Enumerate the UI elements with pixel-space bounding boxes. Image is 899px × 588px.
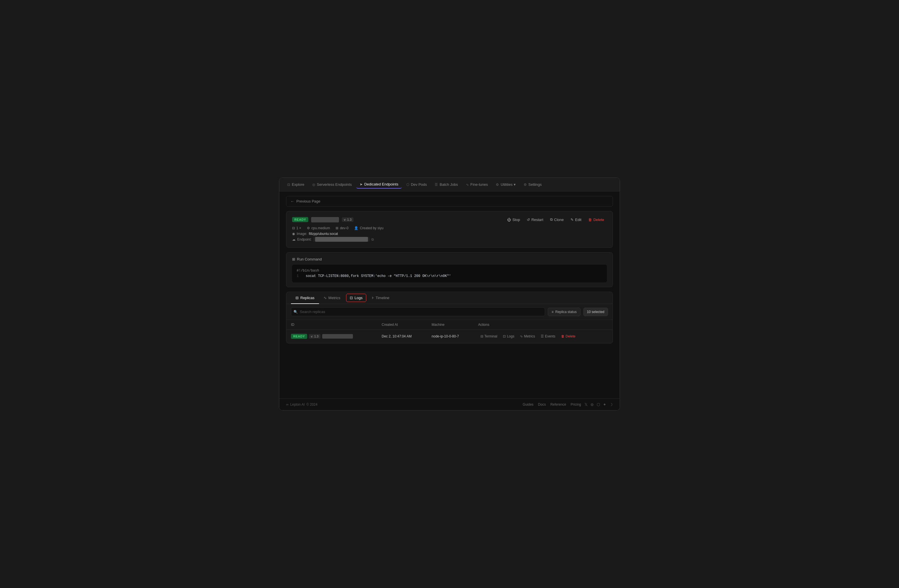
dedicated-icon: ➤ [360,182,363,186]
cluster-icon: ⊞ [335,226,338,230]
github-icon[interactable]: ⊚ [590,402,594,407]
nav-label-settings: Settings [528,182,542,187]
tab-metrics[interactable]: ∿ Metrics [319,292,345,304]
footer-links: Guides Docs Reference Pricing [523,403,581,406]
metrics-icon: ∿ [520,334,523,338]
table-toolbar: 🔍 ≡ Replica status 10 selected [286,304,613,320]
footer-link-docs[interactable]: Docs [538,403,546,406]
tab-timeline[interactable]: ⊧ Timeline [368,292,394,304]
nav-item-utilities[interactable]: ⚙ Utilities ▾ [493,181,519,188]
cluster-meta: ⊞ dev-0 [335,226,348,230]
replicas-tab-icon: ⊟ [295,296,299,300]
footer-link-reference[interactable]: Reference [550,403,566,406]
twitter-icon[interactable]: 𝕏 [584,402,588,407]
nav-label-batchjobs: Batch Jobs [440,182,458,187]
replica-id-content: READY v: 1.3 •• [291,334,372,339]
discord-icon[interactable]: ⬡ [597,402,600,407]
darkmode-icon[interactable]: ☽ [609,402,613,407]
code-line-1: 1 socat TCP-LISTEN:8080,fork SYSTEM:'ech… [297,273,602,279]
theme-icon[interactable]: ✦ [603,402,606,407]
metrics-button[interactable]: ∿ Metrics [518,333,537,340]
row-actions-cell: ⊟ Terminal ⊡ Logs ∿ Metr [474,330,613,343]
clone-label: Clone [554,218,564,222]
devpods-icon: ⬡ [406,183,409,187]
footer-link-guides[interactable]: Guides [523,403,534,406]
nav-item-serverless[interactable]: ◎ Serverless Endpoints [309,181,355,188]
nav-item-explore[interactable]: ⊡ Explore [284,181,308,188]
stop-label: Stop [512,218,520,222]
machine-value: cpu.medium [311,226,330,230]
delete-label: Delete [593,218,604,222]
logs-button[interactable]: ⊡ Logs [500,333,517,340]
endpoint-label: Endpoint: [297,238,312,241]
code-block: #!/bin/bash 1 socat TCP-LISTEN:8080,fork… [292,265,607,282]
nav-label-finetunes: Fine-tunes [471,182,488,187]
machine-icon: ⚙ [307,226,310,230]
row-created-at: Dec 2, 10:47:04 AM [377,330,427,343]
search-input[interactable] [291,307,545,316]
image-icon: ◉ [292,232,295,236]
status-left: READY •••• v: 1.3 [292,217,354,222]
back-button[interactable]: ← Previous Page [286,196,613,207]
nav-item-batchjobs[interactable]: ☰ Batch Jobs [431,181,461,188]
copy-icon[interactable]: ⧉ [371,238,374,241]
back-arrow-icon: ← [290,199,294,204]
terminal-button[interactable]: ⊟ Terminal [478,333,499,340]
metrics-tab-label: Metrics [329,296,340,300]
restart-label: Restart [531,218,543,222]
tabs-header: ⊟ Replicas ∿ Metrics ⊡ Logs ⊧ Timeline [286,292,613,304]
footer-brand-name: Lepton AI [290,403,305,406]
row-ready-badge: READY [291,334,307,339]
line-number: 1 [297,273,301,279]
run-command-icon: ⊞ [292,257,295,261]
footer-logo-icon: ∞ [286,403,289,406]
tab-replicas[interactable]: ⊟ Replicas [291,292,319,304]
footer-link-pricing[interactable]: Pricing [570,403,581,406]
image-value: fillzpp/ubuntu:socat [309,232,338,236]
serverless-icon: ◎ [312,183,315,187]
edit-label: Edit [575,218,581,222]
run-command-card: ⊞ Run Command #!/bin/bash 1 socat TCP-LI… [286,252,613,287]
endpoint-url: •••• [314,237,370,242]
filter-button[interactable]: ≡ Replica status [548,308,580,316]
nav-label-dedicated: Dedicated Endpoints [364,182,399,186]
machine-meta: ⚙ cpu.medium [307,226,330,230]
terminal-label: Terminal [485,334,497,338]
run-command-title: ⊞ Run Command [292,257,607,261]
search-icon: 🔍 [293,310,298,314]
nav-item-finetunes[interactable]: ∿ Fine-tunes [463,181,491,188]
meta-row: ⊟ 1 × ⚙ cpu.medium ⊞ dev-0 👤 Created by … [292,226,607,230]
stop-button[interactable]: ⏻ Stop [504,216,523,223]
nav-label-devpods: Dev Pods [411,182,427,187]
nav-item-dedicated[interactable]: ➤ Dedicated Endpoints [356,181,402,188]
clone-icon: ⧉ [550,217,553,222]
events-button[interactable]: ☰ Events [538,333,558,340]
table-head: ID Created At Machine Actions [286,320,613,330]
filter-label: Replica status [555,310,576,314]
restart-button[interactable]: ↺ Restart [524,216,546,223]
nav-item-devpods[interactable]: ⬡ Dev Pods [403,181,430,188]
delete-button[interactable]: 🗑 Delete [585,216,607,223]
row-delete-button[interactable]: 🗑 Delete [559,333,578,340]
tab-logs[interactable]: ⊡ Logs [346,294,366,302]
logs-tab-icon: ⊡ [350,296,353,300]
row-actions: ⊟ Terminal ⊡ Logs ∿ Metr [478,333,608,340]
user-icon: 👤 [354,226,358,230]
row-delete-icon: 🗑 [561,334,565,338]
created-by-meta: 👤 Created by siyu [354,226,383,230]
nav-label-utilities: Utilities ▾ [500,182,516,187]
code-content: socat TCP-LISTEN:8080,fork SYSTEM:'echo … [306,273,451,279]
edit-button[interactable]: ✎ Edit [568,216,584,223]
nav-item-settings[interactable]: ⚙ Settings [520,181,545,188]
row-id-cell: READY v: 1.3 •• [286,330,377,343]
image-label: Image: [297,232,307,236]
finetunes-icon: ∿ [466,183,469,187]
clone-button[interactable]: ⧉ Clone [547,216,567,223]
events-label: Events [545,334,556,338]
delete-icon: 🗑 [588,218,592,222]
metrics-tab-icon: ∿ [324,296,327,300]
footer-copyright: © 2024 [306,403,317,406]
logs-label: Logs [507,334,514,338]
nav-label-explore: Explore [292,182,304,187]
status-actions: ⏻ Stop ↺ Restart ⧉ Clone ✎ Edit [504,216,607,223]
